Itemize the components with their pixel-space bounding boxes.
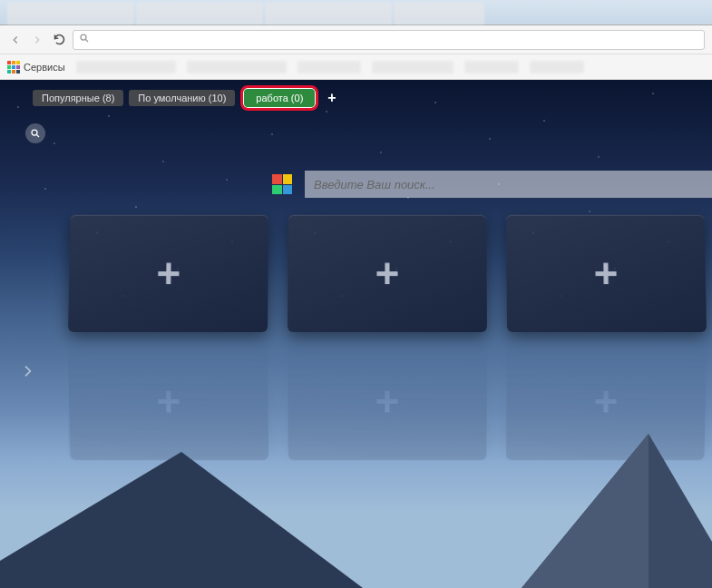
- speed-dial-tiles: + + +: [68, 214, 712, 332]
- add-tile[interactable]: +: [506, 215, 707, 332]
- reload-button[interactable]: [51, 32, 67, 48]
- plus-icon: +: [376, 252, 400, 294]
- bookmarks-bar: Сервисы: [0, 54, 712, 80]
- mountain-background: [0, 452, 712, 588]
- group-tab-popular[interactable]: Популярные (8): [33, 90, 123, 106]
- bookmark-item[interactable]: [297, 61, 361, 74]
- browser-tab[interactable]: [7, 3, 134, 24]
- browser-tab[interactable]: [394, 3, 484, 24]
- add-tile[interactable]: +: [288, 215, 487, 332]
- plus-icon: +: [156, 252, 180, 294]
- back-button[interactable]: [7, 32, 24, 48]
- bookmark-item[interactable]: [530, 61, 584, 74]
- forward-button[interactable]: [29, 32, 45, 48]
- scroll-right-arrow[interactable]: [20, 361, 34, 387]
- apps-bookmark[interactable]: Сервисы: [7, 61, 65, 74]
- plus-icon: +: [593, 252, 618, 294]
- search-section: [272, 171, 712, 198]
- search-input[interactable]: [305, 171, 712, 198]
- group-tabs: Популярные (8) По умолчанию (10) работа …: [33, 85, 340, 111]
- bookmark-item[interactable]: [464, 61, 519, 74]
- search-icon: [79, 33, 90, 46]
- search-engine-logo: [272, 174, 292, 194]
- bookmark-item[interactable]: [187, 61, 287, 74]
- browser-tab[interactable]: [265, 3, 392, 24]
- navigation-bar: [0, 25, 712, 54]
- group-tab-work[interactable]: работа (0): [240, 85, 318, 111]
- svg-point-0: [81, 34, 86, 40]
- address-bar[interactable]: [73, 30, 705, 50]
- add-group-button[interactable]: +: [324, 90, 339, 106]
- search-icon: [30, 128, 41, 139]
- browser-tab[interactable]: [136, 3, 263, 24]
- group-tab-default[interactable]: По умолчанию (10): [129, 90, 235, 106]
- browser-tabs-bar: [0, 0, 712, 25]
- bookmark-item[interactable]: [76, 61, 176, 74]
- search-toggle-button[interactable]: [25, 123, 45, 143]
- new-tab-content: Популярные (8) По умолчанию (10) работа …: [0, 80, 712, 588]
- add-tile[interactable]: +: [68, 215, 268, 332]
- apps-icon: [7, 61, 20, 74]
- svg-point-1: [32, 130, 37, 135]
- apps-label: Сервисы: [24, 62, 65, 73]
- bookmark-item[interactable]: [372, 61, 454, 74]
